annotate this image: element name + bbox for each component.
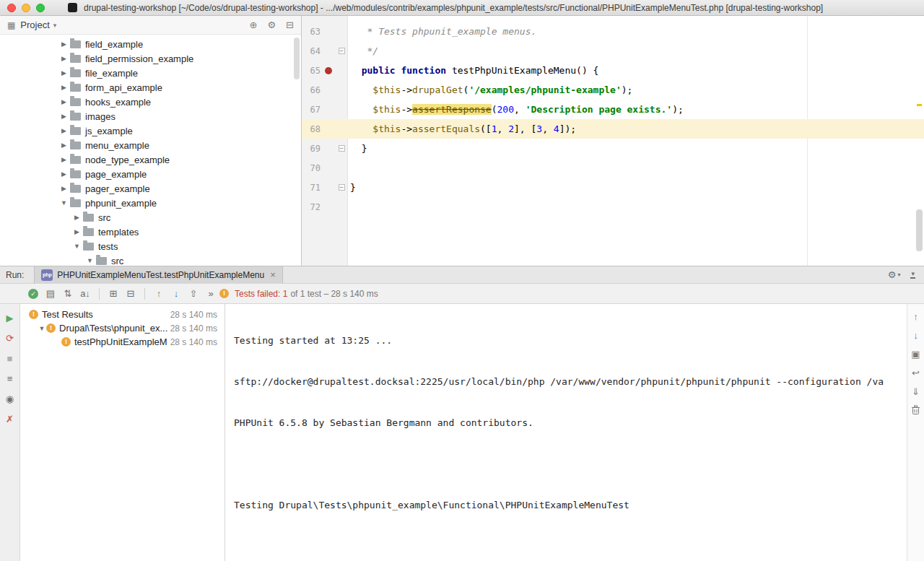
- chevron-down-icon[interactable]: ▼: [38, 325, 46, 332]
- chevron-down-icon[interactable]: ▼: [59, 199, 69, 206]
- chevron-right-icon[interactable]: ▶: [59, 127, 69, 134]
- chevron-right-icon[interactable]: ▶: [59, 185, 69, 192]
- tree-item-field-example[interactable]: ▶field_example: [0, 37, 301, 51]
- minimize-window-button[interactable]: [22, 4, 30, 12]
- console-line: PHPUnit 6.5.8 by Sebastian Bergmann and …: [234, 413, 907, 432]
- project-panel: ▦ Project ▾ ⊕ ⚙ ⊟ ▶field_example ▶field_…: [0, 16, 302, 266]
- project-tree: ▶field_example ▶field_permission_example…: [0, 35, 301, 266]
- more-toolbar-icon[interactable]: »: [202, 288, 219, 299]
- close-window-button[interactable]: [7, 4, 16, 12]
- next-failed-test-icon[interactable]: ↓: [167, 288, 185, 299]
- code-line[interactable]: 70: [302, 158, 924, 178]
- tree-item-node-type-example[interactable]: ▶node_type_example: [0, 152, 301, 167]
- chevron-right-icon[interactable]: ▶: [59, 142, 69, 149]
- chevron-right-icon[interactable]: ▶: [59, 170, 69, 178]
- fold-marker-icon[interactable]: −: [339, 145, 345, 152]
- collapse-all-icon[interactable]: ⊟: [122, 288, 139, 299]
- run-tab[interactable]: php PHPUnitExampleMenuTest.testPhpUnitEx…: [34, 266, 282, 284]
- fold-marker-icon[interactable]: −: [339, 48, 345, 54]
- previous-failed-test-icon[interactable]: ↑: [150, 288, 167, 299]
- hide-panel-icon[interactable]: ⊟: [286, 19, 294, 30]
- previous-trace-icon[interactable]: ↑: [913, 311, 918, 330]
- chevron-right-icon[interactable]: ▶: [72, 228, 82, 235]
- code-line[interactable]: 69− }: [302, 139, 924, 158]
- code-editor[interactable]: 63 * Tests phpunit_example menus. 64− */…: [302, 16, 924, 266]
- fold-marker-icon[interactable]: −: [339, 184, 345, 191]
- tree-item-src[interactable]: ▶src: [0, 210, 301, 225]
- chevron-down-icon[interactable]: ▼: [72, 243, 82, 250]
- rerun-icon[interactable]: ▶: [6, 313, 14, 333]
- code-line-current[interactable]: 68 $this->assertEquals([1, 2], [3, 4]);: [302, 119, 924, 139]
- export-test-results-icon[interactable]: ⇧: [185, 288, 202, 299]
- chevron-down-icon[interactable]: ▾: [53, 22, 57, 29]
- code-line[interactable]: 66 $this->drupalGet('/examples/phpunit-e…: [302, 80, 924, 100]
- scroll-to-end-icon[interactable]: ⇓: [912, 386, 920, 405]
- gear-icon[interactable]: ⚙: [888, 269, 897, 280]
- folder-icon: [70, 84, 81, 92]
- restore-layout-icon[interactable]: ≡: [7, 373, 13, 393]
- tree-item-page-example[interactable]: ▶page_example: [0, 167, 301, 181]
- tree-item-templates[interactable]: ▶templates: [0, 225, 301, 239]
- tree-item-tests[interactable]: ▼tests: [0, 239, 301, 253]
- gear-icon[interactable]: ⚙: [267, 19, 276, 30]
- chevron-right-icon[interactable]: ▶: [59, 113, 69, 120]
- breakpoint-icon[interactable]: [325, 67, 332, 74]
- app-icon: [68, 3, 77, 12]
- stop-icon[interactable]: ■: [7, 353, 13, 373]
- chevron-right-icon[interactable]: ▶: [59, 84, 69, 91]
- show-passed-icon[interactable]: ✓: [28, 289, 38, 299]
- test-duration: 28 s 140 ms: [167, 310, 217, 320]
- code-line[interactable]: 72: [302, 197, 924, 217]
- next-trace-icon[interactable]: ↓: [913, 330, 918, 349]
- code-line[interactable]: 63 * Tests phpunit_example menus.: [302, 22, 924, 41]
- test-console-output[interactable]: Testing started at 13:25 ... sftp://dock…: [225, 304, 907, 561]
- editor-scrollbar[interactable]: [916, 209, 923, 251]
- tree-item-pager-example[interactable]: ▶pager_example: [0, 181, 301, 196]
- tree-item-form-api-example[interactable]: ▶form_api_example: [0, 80, 301, 95]
- tree-item-phpunit-example[interactable]: ▼phpunit_example: [0, 196, 301, 210]
- expand-all-icon[interactable]: ⊞: [105, 288, 122, 299]
- test-suite-row[interactable]: ▼ ! Drupal\Tests\phpunit_ex... 28 s 140 …: [20, 321, 225, 335]
- project-scrollbar[interactable]: [294, 38, 300, 79]
- clear-console-icon[interactable]: [911, 405, 920, 424]
- code-line[interactable]: 65 public function testPhpUnitExampleMen…: [302, 61, 924, 80]
- folder-icon: [96, 257, 107, 265]
- soft-wrap-icon[interactable]: ↩: [912, 368, 920, 386]
- close-tab-icon[interactable]: ×: [270, 269, 276, 280]
- line-number: 68: [302, 124, 322, 134]
- tree-item-menu-example[interactable]: ▶menu_example: [0, 138, 301, 152]
- test-results-root[interactable]: ! Test Results 28 s 140 ms: [20, 308, 225, 321]
- tree-item-field-permission-example[interactable]: ▶field_permission_example: [0, 51, 301, 66]
- hide-panel-icon[interactable]: ▾: [910, 271, 915, 279]
- chevron-down-icon[interactable]: ▼: [85, 257, 95, 264]
- test-results-tree: ! Test Results 28 s 140 ms ▼ ! Drupal\Te…: [20, 304, 225, 561]
- chevron-right-icon[interactable]: ▶: [59, 98, 69, 105]
- chevron-right-icon[interactable]: ▶: [59, 69, 69, 77]
- project-view-selector[interactable]: Project: [20, 19, 49, 30]
- tree-item-hooks-example[interactable]: ▶hooks_example: [0, 95, 301, 109]
- tree-item-js-example[interactable]: ▶js_example: [0, 123, 301, 138]
- run-toolbar: ✓ ▤ ⇅ a↓ ⊞ ⊟ ↑ ↓ ⇧ » ! Tests failed: 1 o…: [0, 284, 924, 304]
- close-icon[interactable]: ✗: [6, 414, 14, 434]
- test-case-row[interactable]: ! testPhpUnitExampleM... 28 s 140 ms: [20, 335, 225, 349]
- code-line[interactable]: 64− */: [302, 41, 924, 61]
- error-stripe-mark[interactable]: [917, 104, 922, 106]
- tree-item-file-example[interactable]: ▶file_example: [0, 66, 301, 80]
- code-line[interactable]: 67 $this->assertResponse(200, 'Descripti…: [302, 100, 924, 119]
- pin-icon[interactable]: ◉: [6, 393, 14, 414]
- toggle-auto-test-icon[interactable]: ▤: [42, 288, 59, 299]
- import-test-results-icon[interactable]: ▣: [911, 349, 920, 368]
- tree-item-tests-src[interactable]: ▼src: [0, 253, 301, 266]
- chevron-right-icon[interactable]: ▶: [59, 55, 69, 62]
- sort-alphabetically-icon[interactable]: a↓: [77, 288, 94, 299]
- tree-item-images[interactable]: ▶images: [0, 109, 301, 123]
- sort-by-duration-icon[interactable]: ⇅: [59, 288, 77, 299]
- code-line[interactable]: 71−}: [302, 178, 924, 197]
- locate-file-icon[interactable]: ⊕: [250, 19, 258, 30]
- chevron-right-icon[interactable]: ▶: [59, 40, 69, 48]
- rerun-failed-tests-icon[interactable]: ⟳: [6, 333, 14, 353]
- zoom-window-button[interactable]: [36, 4, 45, 12]
- chevron-right-icon[interactable]: ▶: [72, 214, 82, 221]
- chevron-right-icon[interactable]: ▶: [59, 156, 69, 163]
- folder-icon: [70, 127, 81, 135]
